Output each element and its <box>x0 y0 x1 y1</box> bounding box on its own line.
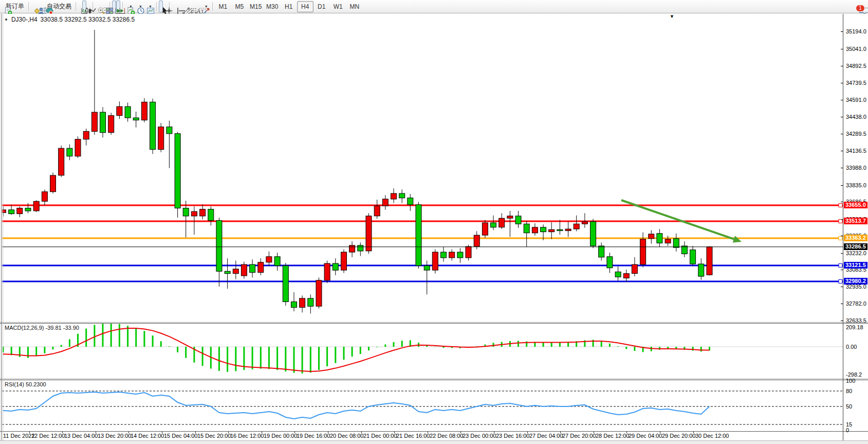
candle-body <box>250 264 255 272</box>
macd-signal-line <box>3 328 710 371</box>
chart-bars-button[interactable] <box>78 1 82 12</box>
candle-body <box>399 193 405 198</box>
templates-button[interactable]: ▼ <box>144 1 154 12</box>
autotrading-button[interactable]: 自动交易 <box>43 1 73 12</box>
candle-body <box>158 127 164 150</box>
candle-body <box>167 127 172 134</box>
time-axis-tick <box>494 431 494 433</box>
time-axis-label: 30 Dec 12:00 <box>695 433 729 439</box>
hline-handle[interactable] <box>839 204 842 207</box>
candle-body <box>108 116 114 133</box>
macd-panel[interactable] <box>2 324 843 379</box>
time-axis-tick <box>162 431 162 433</box>
candle-body <box>416 205 421 265</box>
time-axis-label: 19 Dec 00:00 <box>264 433 297 439</box>
hline-handle[interactable] <box>839 280 842 283</box>
price-axis-tick <box>841 270 843 270</box>
candle-body <box>258 262 264 273</box>
candle-body <box>316 280 322 306</box>
time-axis-label: 22 Dec 08:00 <box>430 433 463 439</box>
time-axis-tick <box>262 431 262 433</box>
hline-price-badge[interactable]: 33513.7 <box>844 218 867 224</box>
trend-arrow-line[interactable] <box>621 200 737 240</box>
price-axis-label: 33835.0 <box>846 182 866 188</box>
candle-body <box>565 229 571 230</box>
candle-body <box>266 257 272 262</box>
candle-body <box>191 211 197 216</box>
timeframe-M30-button[interactable]: M30 <box>264 1 281 12</box>
time-axis-tick <box>693 431 694 433</box>
time-axis-label: 23 Dec 00:00 <box>463 433 496 439</box>
candle-body <box>499 218 505 227</box>
candle-body <box>175 134 180 208</box>
time-axis-tick <box>460 431 461 433</box>
timeframe-M15-button[interactable]: M15 <box>248 1 264 12</box>
timeframe-H4-button[interactable]: H4 <box>297 1 313 12</box>
chart-area[interactable]: ▼ DJ30-,H4 33038.5 33292.5 33032.5 33286… <box>0 14 868 440</box>
candle-body <box>582 222 587 224</box>
price-axis-tick <box>841 31 843 32</box>
rsi-axis-label: 80 <box>846 388 852 394</box>
candle-body <box>59 148 64 175</box>
candle-body <box>283 265 288 301</box>
time-axis-label: 16 Dec 12:00 <box>230 433 264 439</box>
candle-body <box>424 265 430 270</box>
new-order-button[interactable]: 新订单 <box>2 1 26 12</box>
panel-separator[interactable] <box>0 322 868 323</box>
timeframe-M5-button[interactable]: M5 <box>231 1 248 12</box>
timeframe-MN-button[interactable]: MN <box>346 1 363 12</box>
time-axis-label: 15 Dec 04:00 <box>164 433 197 439</box>
market-watch-button[interactable] <box>31 1 35 12</box>
candle-body <box>291 302 297 308</box>
candle-body <box>590 222 596 246</box>
timeframe-D1-button[interactable]: D1 <box>313 1 330 12</box>
candle-body <box>358 245 363 251</box>
hline-price-badge[interactable]: 33121.5 <box>844 262 867 269</box>
candle-body <box>466 246 471 258</box>
time-axis-label: 27 Dec 20:00 <box>562 433 596 439</box>
hline-handle[interactable] <box>839 220 842 223</box>
price-axis-tick <box>841 49 843 49</box>
timeframe-M1-button[interactable]: M1 <box>215 1 231 12</box>
time-axis-label: 14 Dec 12:00 <box>131 433 164 439</box>
time-axis-tick <box>361 431 362 433</box>
timeframe-H1-button[interactable]: H1 <box>281 1 297 12</box>
time-axis-label: 12 Dec 12:00 <box>31 433 65 439</box>
candle-body <box>574 224 579 229</box>
candle-body <box>17 208 23 214</box>
candle-body <box>681 246 687 254</box>
candle-body <box>83 131 89 139</box>
candle-body <box>474 235 479 246</box>
price-axis-tick <box>841 219 843 220</box>
hline-price-badge[interactable]: 33363.2 <box>844 235 867 241</box>
candle-body <box>233 269 238 274</box>
price-axis-label: 34591.0 <box>846 97 866 103</box>
toolbar-separator <box>212 2 213 11</box>
cursor-button[interactable] <box>159 1 163 12</box>
candle-body <box>441 252 447 258</box>
hline-price-badge[interactable]: 33655.0 <box>844 202 867 208</box>
price-axis-tick <box>841 117 843 117</box>
candle-body <box>75 139 81 156</box>
rsi-axis-label: 50 <box>846 403 852 410</box>
rsi-axis-label: 100 <box>846 378 855 384</box>
price-panel[interactable] <box>2 14 843 322</box>
candle-body <box>507 216 513 218</box>
periods-button[interactable]: ▼ <box>135 1 144 12</box>
candle-body <box>183 208 189 216</box>
price-axis[interactable] <box>843 14 843 440</box>
candle-body <box>50 175 56 192</box>
hline-handle[interactable] <box>839 237 842 240</box>
candle-body <box>557 229 563 230</box>
candle-body <box>100 112 106 133</box>
trend-arrow-head[interactable] <box>733 236 742 242</box>
candle-body <box>623 274 629 278</box>
time-axis-label: 29 Dec 20:00 <box>662 433 695 439</box>
time-axis-label: 28 Dec 12:00 <box>596 433 629 439</box>
timeframe-W1-button[interactable]: W1 <box>330 1 346 12</box>
rsi-panel[interactable] <box>2 380 843 431</box>
hline-handle[interactable] <box>839 264 842 268</box>
hline-price-badge[interactable]: 32980.2 <box>844 278 867 285</box>
candle-body <box>208 209 214 221</box>
panel-separator[interactable] <box>0 379 868 379</box>
